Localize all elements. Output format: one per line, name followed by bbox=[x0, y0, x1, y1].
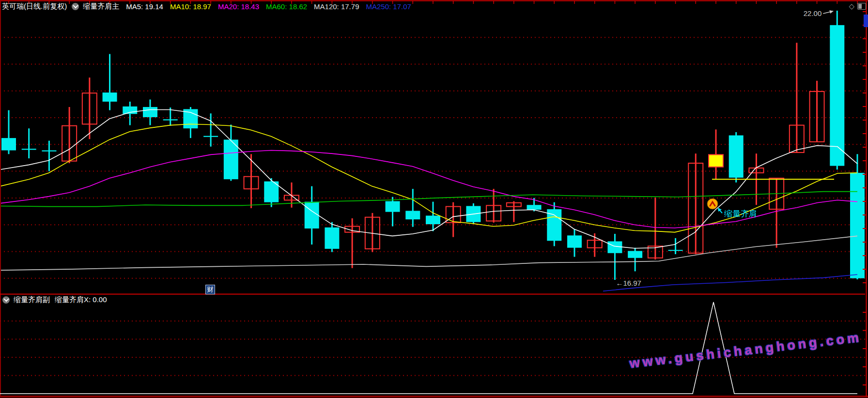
candle-body[interactable] bbox=[426, 215, 440, 224]
chart-frame bbox=[0, 1, 868, 398]
diamond-icon[interactable]: ◇ bbox=[849, 3, 854, 10]
candle-body[interactable] bbox=[628, 251, 642, 258]
candle-body[interactable] bbox=[42, 151, 56, 152]
candle-body[interactable] bbox=[729, 136, 744, 178]
ma-label-5: MA250: 17.07 bbox=[366, 2, 411, 11]
window-controls: ◇ bbox=[849, 3, 866, 10]
candle-body[interactable] bbox=[203, 136, 218, 137]
signal-text: 缩量齐肩 bbox=[724, 209, 757, 218]
signal-arrow-icon[interactable] bbox=[707, 199, 718, 209]
ma-label-3: MA60: 18.62 bbox=[266, 2, 307, 11]
split-view-icon[interactable] bbox=[857, 3, 866, 10]
ma-label-2: MA20: 18.43 bbox=[218, 2, 259, 11]
signal-marker: 缩量齐肩 bbox=[707, 199, 757, 218]
sub-indicator-value: 缩量齐肩X: 0.00 bbox=[55, 295, 107, 305]
main-indicator-name: 缩量齐肩主 bbox=[83, 2, 119, 11]
candle-body[interactable] bbox=[325, 228, 339, 249]
app-window: 22.00←16.97缩量齐肩 英可瑞(日线.前复权) 缩量齐肩主 MA5: 1… bbox=[0, 0, 868, 398]
candle-body[interactable] bbox=[607, 241, 622, 253]
stock-title: 英可瑞(日线.前复权) bbox=[2, 2, 67, 11]
candlestick-chart[interactable]: 22.00←16.97缩量齐肩 bbox=[0, 0, 868, 398]
sub-indicator-name: 缩量齐肩副 bbox=[14, 295, 50, 305]
candle-body[interactable] bbox=[123, 107, 137, 114]
ma-line-ma120 bbox=[0, 236, 857, 270]
candle-body[interactable] bbox=[547, 209, 561, 241]
chevron-down-icon[interactable] bbox=[2, 296, 10, 304]
candle-body[interactable] bbox=[830, 25, 844, 166]
ma-lines bbox=[0, 110, 857, 291]
candle-body[interactable] bbox=[143, 107, 157, 117]
low-price-label: ←16.97 bbox=[616, 279, 641, 287]
ma-label-1: MA10: 18.97 bbox=[170, 2, 211, 11]
candles-layer bbox=[1, 11, 865, 280]
right-edge-marker bbox=[864, 15, 868, 27]
candle-body[interactable] bbox=[527, 205, 542, 210]
sub-panel-header: 缩量齐肩副 缩量齐肩X: 0.00 bbox=[2, 295, 107, 305]
title-bar: 英可瑞(日线.前复权) 缩量齐肩主 MA5: 19.14MA10: 18.97M… bbox=[2, 1, 411, 11]
ma-values: MA5: 19.14MA10: 18.97MA20: 18.43MA60: 18… bbox=[119, 2, 411, 11]
financial-report-badge[interactable]: 财 bbox=[205, 285, 215, 294]
chevron-down-icon[interactable] bbox=[72, 3, 79, 10]
candle-body[interactable] bbox=[1, 138, 16, 150]
candle-body[interactable] bbox=[567, 235, 582, 247]
ma-label-4: MA120: 17.79 bbox=[314, 2, 359, 11]
candle-body[interactable] bbox=[22, 149, 36, 150]
high-price-label: 22.00 bbox=[804, 9, 822, 17]
candle-body[interactable] bbox=[850, 173, 865, 278]
candle-body[interactable] bbox=[103, 92, 117, 102]
candle-body[interactable] bbox=[386, 201, 400, 212]
candle-body[interactable] bbox=[709, 154, 723, 167]
ma-line-ma60 bbox=[0, 192, 857, 207]
candle-body[interactable] bbox=[305, 202, 319, 229]
ma-label-0: MA5: 19.14 bbox=[126, 2, 163, 11]
price-annotations: 22.00←16.97 bbox=[616, 9, 833, 287]
candle-body[interactable] bbox=[668, 250, 683, 251]
candle-body[interactable] bbox=[163, 119, 178, 120]
candle-body[interactable] bbox=[405, 211, 420, 219]
